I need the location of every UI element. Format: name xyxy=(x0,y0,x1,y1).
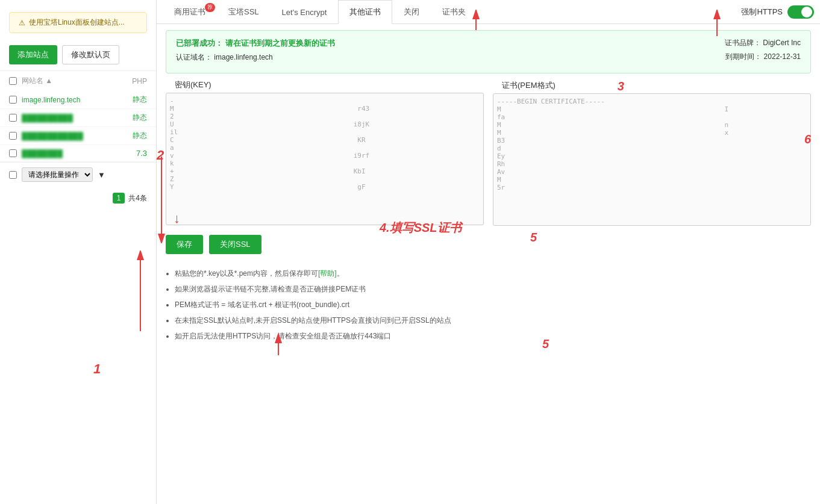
key-textarea[interactable]: - M r43 2 U i8jK il C KR a v xyxy=(166,93,484,225)
row-checkbox[interactable] xyxy=(9,114,17,122)
total-count: 共4条 xyxy=(128,193,147,204)
tip-2: 如果浏览器提示证书链不完整,请检查是否正确拼接PEM证书 xyxy=(175,282,802,296)
tip-5: 如开启后无法使用HTTPS访问，请检查安全组是否正确放行443端口 xyxy=(175,329,802,343)
tips-list: 粘贴您的*.key以及*.pem内容，然后保存即可[帮助]。 如果浏览器提示证书… xyxy=(157,261,820,349)
col-site-name: 网站名 ▲ xyxy=(22,76,52,86)
help-link[interactable]: [帮助] xyxy=(318,269,337,278)
batch-select[interactable]: 请选择批量操作 xyxy=(22,167,93,182)
site-link[interactable]: ██████████ xyxy=(22,114,73,122)
row-checkbox[interactable] xyxy=(9,149,17,157)
pem-label-row: 证书(PEM格式) 3 xyxy=(493,79,811,93)
table-row: ████████████ 静态 xyxy=(0,127,156,145)
tab-commercial[interactable]: 商用证书 荐 xyxy=(163,0,217,24)
table-row: ██████████ 静态 xyxy=(0,109,156,127)
row-checkbox[interactable] xyxy=(9,96,17,104)
tip-1: 粘贴您的*.key以及*.pem内容，然后保存即可[帮助]。 xyxy=(175,266,802,281)
site-link[interactable]: image.linfeng.tech xyxy=(22,96,80,104)
pagination: 1 共4条 xyxy=(0,187,156,210)
row-checkbox[interactable] xyxy=(9,132,17,140)
warning-bar: ⚠ 使用宝塔Linux面板创建站点... xyxy=(9,12,147,33)
table-row: ████████ 7.3 xyxy=(0,145,156,162)
success-title: 已部署成功： 请在证书到期之前更换新的证书 xyxy=(176,38,335,49)
tip-3: PEM格式证书 = 域名证书.crt + 根证书(root_bundle).cr… xyxy=(175,297,802,312)
select-all-checkbox[interactable] xyxy=(9,77,17,85)
tabs-row: 商用证书 荐 宝塔SSL Let's Encrypt 其他证书 关闭 证书夹 强… xyxy=(157,0,820,24)
tab-other-cert[interactable]: 其他证书 xyxy=(338,0,392,24)
annotation-3: 3 xyxy=(618,79,624,93)
site-link[interactable]: ████████████ xyxy=(22,132,83,140)
warning-icon: ⚠ xyxy=(19,19,25,27)
toolbar: 添加站点 修改默认页 xyxy=(0,39,156,71)
tab-badge: 荐 xyxy=(205,3,215,12)
success-box: 已部署成功： 请在证书到期之前更换新的证书 认证域名： image.linfen… xyxy=(166,30,811,73)
table-row: image.linfeng.tech 静态 xyxy=(0,91,156,109)
annotation-5: 5 xyxy=(530,231,537,244)
status-badge: 静态 xyxy=(133,113,147,123)
tab-lets-encrypt[interactable]: Let's Encrypt xyxy=(271,1,339,23)
dropdown-icon: ▼ xyxy=(98,170,105,179)
tab-cert-folder[interactable]: 证书夹 xyxy=(431,0,477,24)
tab-baota-ssl[interactable]: 宝塔SSL xyxy=(217,0,271,24)
sidebar: ⚠ 使用宝塔Linux面板创建站点... 添加站点 修改默认页 网站名 ▲ PH… xyxy=(0,0,157,504)
success-left: 已部署成功： 请在证书到期之前更换新的证书 认证域名： image.linfen… xyxy=(176,38,335,66)
force-https-toggle: 强制HTTPS xyxy=(741,5,814,19)
batch-checkbox[interactable] xyxy=(9,171,17,179)
tip-4: 在未指定SSL默认站点时,未开启SSL的站点使用HTTPS会直接访问到已开启SS… xyxy=(175,313,802,328)
key-label: 密钥(KEY) xyxy=(166,79,484,90)
status-badge: 静态 xyxy=(133,95,147,105)
cert-fields: 密钥(KEY) - M r43 2 U i8jK il C KR a v xyxy=(157,79,820,228)
ssl-content: 已部署成功： 请在证书到期之前更换新的证书 认证域名： image.linfen… xyxy=(157,24,820,504)
cert-brand: 证书品牌： DigiCert Inc xyxy=(725,38,801,48)
php-version: 7.3 xyxy=(136,149,147,158)
status-badge: 静态 xyxy=(133,131,147,141)
tab-close[interactable]: 关闭 xyxy=(392,0,431,24)
toggle-switch[interactable] xyxy=(787,5,814,19)
site-link[interactable]: ████████ xyxy=(22,149,63,158)
current-page[interactable]: 1 xyxy=(113,193,125,204)
ssl-panel: 商用证书 荐 宝塔SSL Let's Encrypt 其他证书 关闭 证书夹 强… xyxy=(157,0,820,504)
save-arrow-icon: ↓ xyxy=(174,211,180,226)
modify-default-button[interactable]: 修改默认页 xyxy=(62,45,119,64)
cert-expire: 到期时间： 2022-12-31 xyxy=(725,52,801,62)
key-field: 密钥(KEY) - M r43 2 U i8jK il C KR a v xyxy=(166,79,484,228)
add-site-button[interactable]: 添加站点 xyxy=(9,45,57,64)
success-right: 证书品牌： DigiCert Inc 到期时间： 2022-12-31 xyxy=(725,38,801,66)
success-domain: 认证域名： image.linfeng.tech xyxy=(176,52,335,63)
save-button[interactable]: 保存 xyxy=(166,235,203,254)
pem-field: 证书(PEM格式) 3 -----BEGIN CERTIFICATE----- … xyxy=(493,79,811,228)
pem-textarea[interactable]: -----BEGIN CERTIFICATE----- M I fa M n M xyxy=(493,93,811,226)
toggle-slider xyxy=(787,5,814,19)
action-row: 保存 关闭SSL ↓ 5 xyxy=(157,228,820,261)
pem-label: 证书(PEM格式) xyxy=(493,80,565,91)
warning-text: 使用宝塔Linux面板创建站点... xyxy=(29,17,125,28)
force-https-label: 强制HTTPS xyxy=(741,7,783,17)
close-ssl-button[interactable]: 关闭SSL xyxy=(209,235,261,254)
table-header: 网站名 ▲ PHP xyxy=(0,71,156,91)
col-php: PHP xyxy=(132,77,147,86)
